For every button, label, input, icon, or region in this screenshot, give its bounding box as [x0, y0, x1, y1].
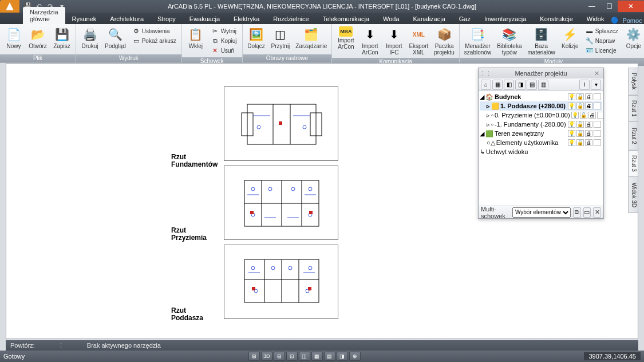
help-label[interactable]: Pomoc	[622, 17, 642, 24]
wytnij-button[interactable]: ✂Wytnij	[210, 26, 239, 36]
bulb-icon[interactable]: 💡	[568, 103, 575, 109]
sb-btn-4[interactable]: ⊡	[286, 352, 298, 361]
tab-architektura[interactable]: Architektura	[103, 14, 151, 24]
pm-foot-btn1[interactable]: ⧉	[573, 207, 581, 218]
pm-tool-info[interactable]: i	[579, 80, 590, 90]
expand-icon[interactable]: ◢	[480, 130, 484, 137]
tree-elementy[interactable]: ○△Elementy użytkownika💡🔓🖨	[480, 138, 602, 147]
pm-titlebar[interactable]: ⋮⋮ Menadżer projektu ✕	[479, 68, 603, 78]
bulb-icon[interactable]: 💡	[568, 121, 575, 128]
licencje-button[interactable]: 🪪Licencje	[584, 46, 620, 55]
tab-rysunek[interactable]: Rysunek	[65, 14, 104, 24]
print-flag-icon[interactable]: 🖨	[585, 93, 592, 100]
tab-inwentaryzacja[interactable]: Inwentaryzacja	[477, 14, 533, 24]
usun-button[interactable]: ✕Usuń	[210, 46, 239, 55]
pm-wybor-select[interactable]: Wybór elementów	[512, 207, 571, 218]
import-ifc-button[interactable]: ⬇ImportIFC	[382, 25, 405, 57]
tab-woda[interactable]: Woda	[376, 14, 406, 24]
ustawienia-button[interactable]: ⚙Ustawienia	[131, 26, 178, 36]
bulb-icon[interactable]: 💡	[568, 93, 575, 100]
viewport-poddasze[interactable]	[224, 245, 338, 319]
pm-foot-btn2[interactable]: ▭	[583, 207, 591, 218]
print-flag-icon[interactable]: 🖨	[585, 103, 592, 109]
print-flag-icon[interactable]: 🖨	[585, 121, 592, 128]
pm-tool-2[interactable]: ▦	[492, 80, 503, 90]
check-box[interactable]	[594, 121, 601, 128]
paczka-button[interactable]: 📦Paczkaprojektu	[432, 25, 457, 57]
sidetab-rzut1[interactable]: Rzut 1	[628, 95, 638, 122]
bulb-icon[interactable]: 💡	[568, 139, 575, 146]
tab-kanalizacja[interactable]: Kanalizacja	[406, 14, 452, 24]
tab-narzedzia-glowne[interactable]: Narzędzia główne	[23, 7, 65, 24]
close-button[interactable]: ✕	[618, 1, 644, 12]
pm-tool-6[interactable]: ▥	[538, 80, 548, 90]
lock-icon[interactable]: 🔓	[576, 103, 584, 109]
expand-icon[interactable]: ▹	[487, 112, 490, 119]
kolizje-button[interactable]: ⚡Kolizje	[559, 25, 582, 50]
bulb-icon[interactable]: 💡	[568, 130, 575, 137]
project-manager-panel[interactable]: ⋮⋮ Menadżer projektu ✕ ⌂ ▦ ◧ ◨ ▤ ▥ i ▾ ◢…	[478, 68, 604, 219]
tree-uchwyt[interactable]: ↳Uchwyt widoku	[480, 147, 602, 156]
dolacz-button[interactable]: 🖼️Dołącz	[245, 25, 268, 50]
sb-btn-5[interactable]: ◫	[299, 352, 310, 361]
tab-elektryka[interactable]: Elektryka	[227, 14, 266, 24]
eksport-xml-button[interactable]: XMLEksportXML	[406, 25, 430, 57]
lock-icon[interactable]: 🔓	[576, 139, 584, 146]
pm-tool-1[interactable]: ⌂	[481, 80, 491, 90]
tab-ewakuacja[interactable]: Ewakuacja	[183, 14, 227, 24]
sb-btn-2[interactable]: 3D	[261, 352, 272, 361]
print-flag-icon[interactable]: 🖨	[585, 130, 592, 137]
print-flag-icon[interactable]: 🖨	[585, 139, 592, 146]
sb-btn-1[interactable]: ⊞	[248, 352, 260, 361]
tree-teren[interactable]: ◢🟩Teren zewnętrzny💡🔓🖨	[480, 129, 602, 138]
check-box[interactable]	[594, 93, 601, 100]
lock-icon[interactable]: 🔓	[576, 130, 584, 137]
splaszcz-button[interactable]: ▬Spłaszcz	[584, 26, 620, 36]
wklej-button[interactable]: 📋Wklej	[184, 25, 207, 50]
sidetab-rzut3[interactable]: Rzut 3	[628, 150, 638, 177]
sb-btn-8[interactable]: ◨	[337, 352, 348, 361]
tab-konstrukcje[interactable]: Konstrukcje	[533, 14, 579, 24]
sb-btn-3[interactable]: ⊟	[274, 352, 285, 361]
import-arcon-button[interactable]: MBAImportArCon	[334, 25, 357, 51]
biblioteka-button[interactable]: 📚Bibliotekatypów	[495, 25, 524, 57]
tree-budynek[interactable]: ◢🏠Budynek💡🔓🖨	[480, 92, 602, 101]
sidetab-rzut2[interactable]: Rzut 2	[628, 123, 638, 149]
expand-icon[interactable]: ◢	[480, 93, 484, 101]
opcje-button[interactable]: ⚙️Opcje	[622, 25, 644, 50]
pm-tree[interactable]: ◢🏠Budynek💡🔓🖨 ▹🟨1. Poddasze (+280.00)💡🔓🖨 …	[479, 91, 603, 206]
lock-icon[interactable]: 🔓	[576, 93, 584, 100]
pm-close-icon[interactable]: ✕	[592, 69, 601, 77]
check-box[interactable]	[594, 103, 601, 109]
zapisz-button[interactable]: 💾Zapisz	[50, 25, 73, 50]
baza-materialow-button[interactable]: 🗄️Bazamateriałów	[525, 25, 557, 57]
minimize-button[interactable]: —	[583, 1, 600, 12]
lock-icon[interactable]: 🔓	[580, 112, 587, 119]
viewport-przyziemie[interactable]	[224, 166, 338, 240]
print-flag-icon[interactable]: 🖨	[588, 112, 596, 119]
nowy-button[interactable]: 📄Nowy	[2, 25, 25, 50]
check-box[interactable]	[597, 112, 603, 119]
expand-icon[interactable]: ▹	[487, 103, 490, 110]
pm-foot-close[interactable]: ✕	[593, 207, 601, 218]
pm-tool-4[interactable]: ◨	[515, 80, 526, 90]
napraw-button[interactable]: 🔧Napraw	[584, 36, 620, 45]
tab-gaz[interactable]: Gaz	[452, 14, 477, 24]
otworz-button[interactable]: 📂Otwórz	[26, 25, 49, 50]
sb-btn-6[interactable]: ▦	[311, 352, 323, 361]
tree-przyziemie[interactable]: ▹▫0. Przyziemie (±0.00=0.00)💡🔓🖨	[480, 111, 602, 120]
pm-tool-5[interactable]: ▤	[527, 80, 537, 90]
menadzer-szablonow-button[interactable]: 📑Menadżerszablonów	[462, 25, 493, 57]
lock-icon[interactable]: 🔓	[576, 121, 584, 128]
app-menu-button[interactable]	[0, 0, 19, 13]
sidetab-polysk[interactable]: Połysk	[628, 68, 638, 95]
sb-btn-7[interactable]: ▤	[324, 352, 335, 361]
expand-icon[interactable]: ▹	[487, 121, 490, 128]
tab-widok[interactable]: Widok	[580, 14, 611, 24]
sb-btn-9[interactable]: ⊕	[349, 352, 361, 361]
viewport-fundamenty[interactable]	[224, 86, 338, 161]
tab-stropy[interactable]: Stropy	[151, 14, 183, 24]
przytnij-button[interactable]: ◫Przytnij	[269, 25, 293, 50]
pokaz-arkusz-button[interactable]: ▭Pokaż arkusz	[131, 36, 178, 45]
import-arcon2-button[interactable]: ⬇ImportArCon	[358, 25, 381, 57]
